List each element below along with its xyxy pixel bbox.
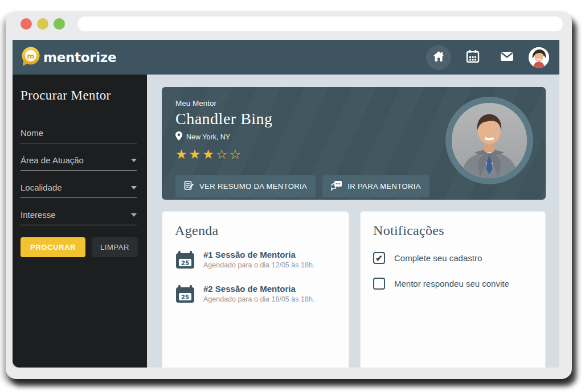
calendar-day-icon: 25 xyxy=(175,250,195,273)
header-actions xyxy=(426,45,549,70)
notification-label: Complete seu cadastro xyxy=(394,253,482,263)
name-input-label: Nome xyxy=(21,128,43,138)
chevron-down-icon xyxy=(131,213,137,217)
location-select[interactable]: Localidade xyxy=(21,183,137,198)
browser-window: m mentorize xyxy=(6,11,572,379)
mentor-photo xyxy=(445,97,533,184)
search-button[interactable]: PROCURAR xyxy=(21,237,85,257)
search-sidebar: Procurar Mentor Nome Área de Atuação Loc… xyxy=(13,75,147,368)
window-zoom-button[interactable] xyxy=(54,18,65,30)
notification-label: Mentor respondeu seu convite xyxy=(394,279,509,288)
agenda-item[interactable]: 25 #1 Sessão de Mentoria Agendado para o… xyxy=(175,250,336,273)
agenda-item-title: #1 Sessão de Mentoria xyxy=(203,250,314,259)
agenda-card: Agenda 25 xyxy=(162,211,349,368)
note-edit-icon xyxy=(184,180,194,192)
location-select-label: Localidade xyxy=(21,183,62,192)
agenda-title: Agenda xyxy=(175,223,336,238)
window-minimize-button[interactable] xyxy=(37,18,48,30)
app-viewport: m mentorize xyxy=(13,40,559,368)
agenda-item-subtitle: Agendado para o dia 18/05 às 18h. xyxy=(203,295,314,303)
chevron-down-icon xyxy=(131,186,137,189)
svg-text:25: 25 xyxy=(181,294,190,300)
mail-icon xyxy=(499,48,515,66)
window-close-button[interactable] xyxy=(21,18,32,30)
mentor-card: Meu Mentor Chandler Bing New York, NY ★★… xyxy=(162,87,546,200)
chat-icon xyxy=(331,180,342,192)
user-avatar[interactable] xyxy=(529,47,549,68)
browser-chrome xyxy=(6,11,572,40)
main-content: Meu Mentor Chandler Bing New York, NY ★★… xyxy=(147,75,559,368)
notification-item[interactable]: Complete seu cadastro xyxy=(373,252,533,264)
clear-button[interactable]: LIMPAR xyxy=(92,237,138,257)
area-select[interactable]: Área de Atuação xyxy=(21,155,137,171)
brand-logo[interactable]: m mentorize xyxy=(19,45,116,70)
agenda-item-subtitle: Agendado para o dia 12/05 às 18h. xyxy=(203,261,314,269)
area-select-label: Área de Atuação xyxy=(21,155,84,165)
chevron-down-icon xyxy=(131,159,137,162)
agenda-item-title: #2 Sessão de Mentoria xyxy=(203,284,314,294)
checkbox[interactable] xyxy=(373,278,385,290)
notification-item[interactable]: Mentor respondeu seu convite xyxy=(373,278,533,290)
agenda-item[interactable]: 25 #2 Sessão de Mentoria Agendado para o… xyxy=(175,284,336,307)
calendar-day-icon: 25 xyxy=(175,284,195,307)
home-icon xyxy=(432,49,445,65)
notifications-card: Notificações Complete seu cadastro Mento… xyxy=(360,211,546,368)
sidebar-buttons: PROCURAR LIMPAR xyxy=(21,237,137,257)
calendar-icon xyxy=(465,49,480,65)
svg-text:m: m xyxy=(27,52,35,60)
go-to-mentoring-label: IR PARA MENTORIA xyxy=(347,182,421,191)
cards-row: Agenda 25 xyxy=(162,211,546,368)
address-bar[interactable] xyxy=(77,16,563,31)
location-pin-icon xyxy=(175,131,182,142)
view-summary-label: VER RESUMO DA MENTORIA xyxy=(199,182,307,191)
view-summary-button[interactable]: VER RESUMO DA MENTORIA xyxy=(175,175,316,197)
app-body: Procurar Mentor Nome Área de Atuação Loc… xyxy=(13,75,559,368)
checkbox[interactable] xyxy=(373,252,385,264)
home-button[interactable] xyxy=(426,45,451,70)
app-header: m mentorize xyxy=(13,40,559,75)
brand-name: mentorize xyxy=(43,50,116,65)
calendar-button[interactable] xyxy=(460,45,485,70)
interest-select-label: Interesse xyxy=(21,210,56,220)
notifications-title: Notificações xyxy=(373,223,533,238)
svg-text:25: 25 xyxy=(181,259,190,266)
interest-select[interactable]: Interesse xyxy=(21,210,137,225)
go-to-mentoring-button[interactable]: IR PARA MENTORIA xyxy=(322,175,429,197)
messages-button[interactable] xyxy=(494,45,519,70)
mentor-location: New York, NY xyxy=(186,133,230,141)
name-input[interactable]: Nome xyxy=(21,128,137,143)
sidebar-title: Procurar Mentor xyxy=(21,88,137,103)
mentorize-bubble-icon: m xyxy=(19,45,42,70)
